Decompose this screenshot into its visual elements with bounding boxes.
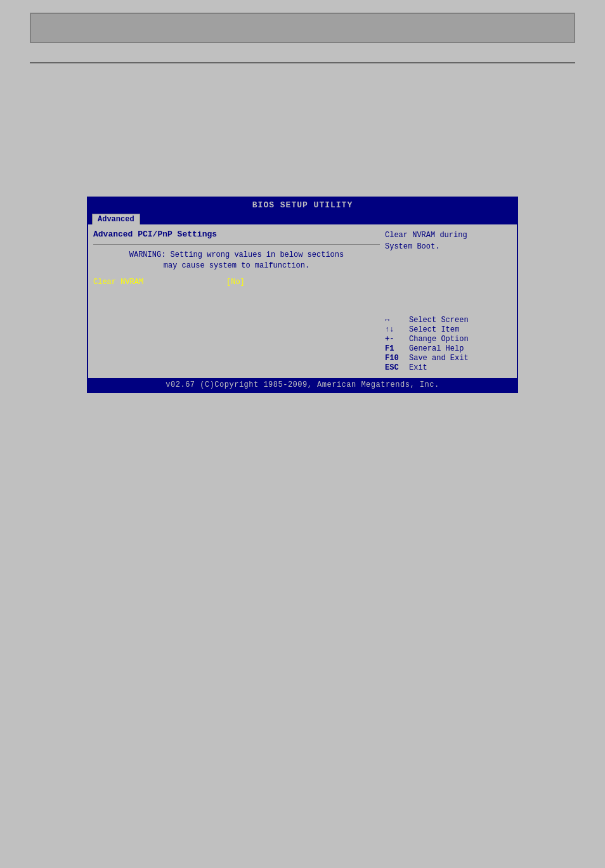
settings-row-1[interactable]: Plug & Play O/S[No]: [93, 287, 380, 296]
settings-label-5: PCI-E Slot1 OPROM: [93, 325, 226, 334]
key-desc-0: Select Screen: [409, 316, 469, 325]
tab-advanced-label: Advanced: [98, 215, 134, 224]
settings-value-4: [Enabled]: [226, 316, 268, 325]
key-desc-3: General Help: [409, 344, 464, 353]
settings-label-4: SR-IOV Supported: [93, 316, 226, 325]
page-wrapper: BIOS SETUP UTILITY Advanced Advanced PCI…: [0, 0, 605, 868]
bios-setup-box: BIOS SETUP UTILITY Advanced Advanced PCI…: [87, 197, 518, 393]
key-sym-4: F10: [385, 354, 409, 363]
bios-title-text: BIOS SETUP UTILITY: [252, 200, 353, 210]
key-row-1: ↑↓Select Item: [385, 325, 512, 334]
help-line1: Clear NVRAM during: [385, 231, 467, 240]
settings-row-9[interactable]: Boots Graphic Adapter Priority[Offboard …: [93, 363, 380, 372]
bios-right-panel: Clear NVRAM during System Boot. ↔Select …: [385, 230, 512, 373]
key-desc-1: Select Item: [409, 325, 459, 334]
key-desc-5: Exit: [409, 363, 427, 372]
settings-value-6: [Enabled]: [226, 335, 268, 344]
key-sym-0: ↔: [385, 316, 409, 325]
settings-label-2: PCI Latency Timer: [93, 297, 226, 306]
key-row-3: F1General Help: [385, 344, 512, 353]
settings-value-1: [No]: [226, 287, 245, 296]
settings-row-6[interactable]: Load Onboard LAN 1 Option ROM[Enabled]: [93, 335, 380, 344]
settings-value-9: [Offboard VGA]: [230, 363, 294, 372]
help-line2: System Boot.: [385, 242, 439, 251]
bios-footer-text: v02.67 (C)Copyright 1985-2009, American …: [166, 380, 439, 389]
bios-footer: v02.67 (C)Copyright 1985-2009, American …: [88, 378, 517, 392]
settings-row-2[interactable]: PCI Latency Timer[64]: [93, 297, 380, 306]
help-text: Clear NVRAM during System Boot.: [385, 230, 512, 252]
key-sym-3: F1: [385, 344, 409, 353]
settings-label-6: Load Onboard LAN 1 Option ROM: [93, 335, 226, 344]
key-row-5: ESCExit: [385, 363, 512, 372]
settings-value-2: [64]: [226, 297, 245, 306]
settings-label-9: Boots Graphic Adapter Priority: [93, 363, 230, 372]
settings-row-4[interactable]: SR-IOV Supported[Enabled]: [93, 316, 380, 325]
bios-title: BIOS SETUP UTILITY: [88, 198, 517, 212]
hr-area: [30, 62, 575, 63]
tab-advanced[interactable]: Advanced: [92, 214, 140, 224]
settings-value-8: [PXE]: [226, 354, 249, 363]
warning-line1: WARNING: Setting wrong values in below s…: [129, 250, 344, 259]
settings-row-5[interactable]: PCI-E Slot1 OPROM[Enabled]: [93, 325, 380, 334]
settings-value-3: [Enabled]: [226, 306, 268, 315]
key-desc-4: Save and Exit: [409, 354, 469, 363]
bios-divider: [93, 244, 380, 245]
settings-row-3[interactable]: PCI IDE BusMaster[Enabled]: [93, 306, 380, 315]
settings-label-1: Plug & Play O/S: [93, 287, 226, 296]
bios-main-content: Advanced PCI/PnP Settings WARNING: Setti…: [88, 224, 517, 378]
key-sym-5: ESC: [385, 363, 409, 372]
key-row-4: F10Save and Exit: [385, 354, 512, 363]
settings-label-7: Load Onboard LAN 2 Option ROM: [93, 344, 226, 353]
empty-area: [30, 82, 575, 197]
key-row-0: ↔Select Screen: [385, 316, 512, 325]
key-sym-2: +-: [385, 335, 409, 344]
section-title: Advanced PCI/PnP Settings: [93, 230, 380, 239]
top-bar: [30, 13, 575, 43]
settings-value-7: [Enabled]: [226, 344, 268, 353]
settings-row-8[interactable]: Onboard LAN Option Rom Select[PXE]: [93, 354, 380, 363]
key-row-2: +-Change Option: [385, 335, 512, 344]
settings-label-0: Clear NVRAM: [93, 278, 226, 287]
settings-value-5: [Enabled]: [226, 325, 268, 334]
warning-text: WARNING: Setting wrong values in below s…: [93, 250, 380, 271]
settings-table: Clear NVRAM[No]Plug & Play O/S[No]PCI La…: [93, 278, 380, 373]
settings-label-3: PCI IDE BusMaster: [93, 306, 226, 315]
warning-line2: may cause system to malfunction.: [164, 261, 309, 270]
bios-tab-row: Advanced: [88, 212, 517, 224]
key-desc-2: Change Option: [409, 335, 469, 344]
settings-row-7[interactable]: Load Onboard LAN 2 Option ROM[Enabled]: [93, 344, 380, 353]
key-help: ↔Select Screen↑↓Select Item+-Change Opti…: [385, 316, 512, 373]
settings-row-0[interactable]: Clear NVRAM[No]: [93, 278, 380, 287]
key-sym-1: ↑↓: [385, 325, 409, 334]
settings-label-8: Onboard LAN Option Rom Select: [93, 354, 226, 363]
bios-left-panel: Advanced PCI/PnP Settings WARNING: Setti…: [93, 230, 380, 373]
settings-value-0: [No]: [226, 278, 245, 287]
